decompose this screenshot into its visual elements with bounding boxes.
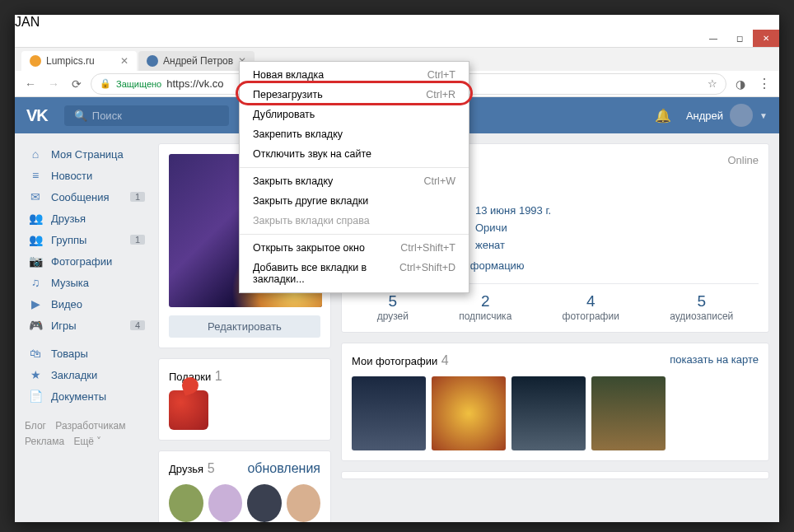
edit-button[interactable]: Редактировать [169,315,320,338]
nav-label: Музыка [51,277,89,289]
notifications-icon[interactable]: 🔔 [655,108,670,123]
show-on-map-link[interactable]: показать на карте [670,353,759,366]
photo-thumb[interactable] [432,376,506,450]
reload-icon[interactable]: ⟳ [68,75,86,93]
stat-item[interactable]: 2подписчика [459,292,511,322]
sidebar-item[interactable]: ⌂Моя Страница [25,143,148,165]
browser-tab[interactable]: Андрей Петров ✕ [138,51,255,71]
friend-avatar[interactable] [247,484,282,522]
os-user-badge: JAN [15,15,779,30]
menu-label: Добавить все вкладки в закладки... [253,262,399,285]
info-city[interactable]: Оричи [475,222,507,234]
chevron-down-icon: ▼ [759,111,768,120]
menu-separator [240,167,469,168]
sidebar-item[interactable]: 👥Друзья [25,208,148,229]
nav-label: Моя Страница [51,148,124,161]
stat-item[interactable]: 4фотографии [563,292,619,322]
nav-icon: ★ [28,368,43,381]
menu-label: Открыть закрытое окно [253,242,365,254]
sidebar-item[interactable]: ≡Новости [25,165,148,186]
close-button[interactable]: ✕ [753,30,779,47]
gift-item[interactable] [169,390,208,430]
sidebar: ⌂Моя Страница≡Новости✉Сообщения1👥Друзья👥… [25,143,148,522]
photos-card: Мои фотографии 4 показать на карте [341,343,769,461]
footer-link[interactable]: Ещё ˅ [73,436,101,447]
maximize-button[interactable]: ◻ [726,30,753,47]
nav-label: Закладки [51,369,97,381]
footer-link[interactable]: Разработчикам [55,420,125,432]
search-placeholder: Поиск [92,110,122,122]
nav-label: Сообщения [51,191,110,203]
partial-card [341,471,769,479]
photo-thumb[interactable] [511,376,586,450]
sidebar-item[interactable]: 👥Группы1 [25,229,148,250]
nav-label: Видео [51,298,82,310]
sidebar-item[interactable]: ▶Видео [25,293,148,315]
friend-avatar[interactable] [208,484,243,522]
sidebar-item[interactable]: ♫Музыка [25,272,148,293]
photos-title[interactable]: Мои фотографии [352,355,437,367]
stat-item[interactable]: 5друзей [377,292,409,322]
stat-label: аудиозаписей [670,310,733,322]
favicon-icon [147,55,158,67]
context-menu-item[interactable]: Дублировать [240,105,469,124]
sidebar-item[interactable]: 📷Фотографии [25,250,148,272]
info-birthday[interactable]: 13 июня 1993 г. [475,204,551,217]
photo-thumb[interactable] [591,376,666,450]
nav-icon: ⌂ [28,147,43,161]
nav-icon: 🎮 [28,319,43,332]
stat-label: друзей [377,310,409,322]
stat-number: 5 [377,292,409,310]
menu-dots-icon[interactable]: ⋮ [754,75,773,93]
sidebar-item[interactable]: 🛍Товары [25,343,148,364]
context-menu-item[interactable]: Закрепить вкладку [240,124,469,144]
vk-logo[interactable]: VK [26,106,48,125]
stat-item[interactable]: 5аудиозаписей [670,292,733,322]
header-user[interactable]: Андрей ▼ [686,104,768,127]
nav-icon: ♫ [28,276,43,289]
friend-avatar[interactable] [169,484,203,522]
nav-icon: 👥 [28,212,43,225]
menu-label: Закрыть вкладки справа [253,215,370,226]
context-menu-item[interactable]: Добавить все вкладки в закладки...Ctrl+S… [240,258,469,289]
search-input[interactable]: 🔍 Поиск [64,105,229,126]
context-menu-item[interactable]: ПерезагрузитьCtrl+R [240,85,469,105]
friend-avatar[interactable] [287,484,321,522]
sidebar-item[interactable]: 🎮Игры4 [25,315,148,336]
context-menu-item[interactable]: Закрыть вкладкуCtrl+W [240,171,469,191]
photo-thumb[interactable] [352,376,426,450]
footer-links: Блог Разработчикам Реклама Ещё ˅ [25,418,148,450]
extension-icon[interactable]: ◑ [731,75,750,93]
friends-title[interactable]: Друзья [169,463,203,475]
bookmark-star-icon[interactable]: ☆ [708,77,717,90]
nav-label: Товары [51,348,88,360]
tab-close-icon[interactable]: ✕ [120,55,128,67]
forward-icon[interactable]: → [44,75,63,93]
menu-separator [240,234,469,235]
context-menu-item[interactable]: Отключить звук на сайте [240,144,469,164]
stat-number: 2 [459,292,511,310]
context-menu-item[interactable]: Новая вкладкаCtrl+T [240,65,469,85]
friends-updates-link[interactable]: обновления [247,461,320,476]
menu-shortcut: Ctrl+R [426,89,455,100]
friends-count: 5 [208,461,215,475]
search-icon: 🔍 [74,110,87,122]
footer-link[interactable]: Блог [25,420,46,432]
browser-tab[interactable]: Lumpics.ru ✕ [21,51,137,71]
lock-icon: 🔒 [100,78,111,89]
sidebar-item[interactable]: 📄Документы [25,385,148,407]
footer-link[interactable]: Реклама [25,436,64,447]
photos-count: 4 [441,353,449,367]
sidebar-item[interactable]: ✉Сообщения1 [25,186,148,208]
minimize-button[interactable]: — [700,30,726,47]
sidebar-item[interactable]: ★Закладки [25,364,148,385]
context-menu-item[interactable]: Закрыть другие вкладки [240,191,469,211]
gifts-count: 1 [215,369,222,383]
stat-label: фотографии [563,310,619,322]
nav-icon: 🛍 [28,347,43,360]
context-menu-item: Закрыть вкладки справа [240,211,469,231]
context-menu-item[interactable]: Открыть закрытое окноCtrl+Shift+T [240,238,469,258]
nav-label: Новости [51,170,92,182]
back-icon[interactable]: ← [21,75,40,93]
menu-label: Закрыть другие вкладки [253,195,368,207]
